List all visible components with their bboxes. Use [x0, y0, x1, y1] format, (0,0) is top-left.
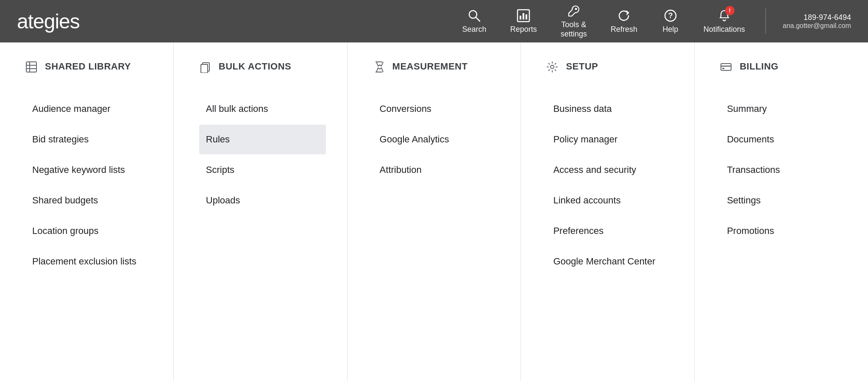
menu-item-setup-0[interactable]: Business data — [546, 94, 673, 124]
account-info[interactable]: 189-974-6494 ana.gotter@gmail.com — [774, 13, 851, 30]
notifications-button[interactable]: ! Notifications — [692, 4, 757, 38]
menu-item-billing-3[interactable]: Settings — [720, 186, 847, 215]
notification-badge: ! — [725, 6, 734, 15]
svg-line-1 — [476, 17, 480, 21]
tools-label: Tools &settings — [561, 20, 587, 39]
refresh-button[interactable]: Refresh — [599, 4, 649, 38]
svg-point-16 — [551, 65, 554, 69]
menu-item-billing-0[interactable]: Summary — [720, 94, 847, 124]
svg-rect-9 — [26, 62, 36, 72]
topnav: ategies Search Reports — [0, 0, 868, 42]
menu-item-bulk-actions-2[interactable]: Scripts — [199, 155, 326, 185]
menu-item-shared-library-0[interactable]: Audience manager — [25, 94, 152, 124]
account-id: 189-974-6494 — [804, 13, 851, 22]
menu-item-billing-1[interactable]: Documents — [720, 125, 847, 154]
menu-item-bulk-actions-3[interactable]: Uploads — [199, 186, 326, 215]
menu-item-setup-5[interactable]: Google Merchant Center — [546, 247, 673, 276]
menu-item-setup-1[interactable]: Policy manager — [546, 125, 673, 154]
page-title: ategies — [17, 10, 451, 33]
menu-item-shared-library-5[interactable]: Placement exclusion lists — [25, 247, 152, 276]
menu-item-shared-library-1[interactable]: Bid strategies — [25, 125, 152, 154]
refresh-label: Refresh — [611, 25, 637, 34]
svg-rect-3 — [520, 16, 521, 19]
column-header-billing: BILLING — [720, 60, 847, 77]
hourglass-icon — [373, 60, 385, 73]
topnav-actions: Search Reports Tools &sett — [451, 0, 851, 43]
column-header-text-bulk-actions: BULK ACTIONS — [219, 61, 291, 72]
menu-item-bulk-actions-0[interactable]: All bulk actions — [199, 94, 326, 124]
gear-icon — [546, 60, 558, 73]
column-measurement: MEASUREMENTConversionsGoogle AnalyticsAt… — [348, 43, 521, 381]
column-billing: BILLINGSummaryDocumentsTransactionsSetti… — [695, 43, 868, 381]
svg-rect-17 — [721, 64, 731, 70]
column-header-shared-library: SHARED LIBRARY — [25, 60, 152, 77]
svg-rect-5 — [526, 14, 527, 19]
menu-item-measurement-2[interactable]: Attribution — [373, 155, 500, 185]
column-bulk-actions: BULK ACTIONSAll bulk actionsRulesScripts… — [174, 43, 348, 381]
column-shared-library: SHARED LIBRARYAudience managerBid strate… — [0, 43, 174, 381]
svg-rect-4 — [523, 13, 524, 19]
menu-item-billing-4[interactable]: Promotions — [720, 216, 847, 246]
search-icon — [467, 8, 481, 22]
tools-icon — [567, 4, 581, 18]
search-button[interactable]: Search — [451, 4, 498, 38]
svg-rect-19 — [722, 68, 724, 69]
svg-rect-14 — [201, 64, 208, 73]
menu-item-setup-3[interactable]: Linked accounts — [546, 186, 673, 215]
table-icon — [25, 60, 37, 73]
reports-icon — [517, 8, 530, 22]
help-icon: ? — [664, 8, 677, 22]
menu-item-billing-2[interactable]: Transactions — [720, 155, 847, 185]
help-button[interactable]: ? Help — [649, 4, 692, 38]
menu-item-shared-library-2[interactable]: Negative keyword lists — [25, 155, 152, 185]
credit-card-icon — [720, 60, 732, 73]
column-header-text-setup: SETUP — [566, 61, 598, 72]
bell-icon: ! — [718, 8, 731, 22]
account-email: ana.gotter@gmail.com — [783, 22, 851, 30]
menu-item-measurement-1[interactable]: Google Analytics — [373, 125, 500, 154]
svg-point-6 — [575, 8, 577, 10]
menu-item-bulk-actions-1[interactable]: Rules — [199, 125, 326, 154]
column-header-text-shared-library: SHARED LIBRARY — [45, 61, 131, 72]
svg-text:?: ? — [668, 11, 673, 20]
copy-icon — [199, 60, 211, 73]
column-header-setup: SETUP — [546, 60, 673, 77]
notifications-label: Notifications — [704, 25, 745, 34]
menu-item-setup-4[interactable]: Preferences — [546, 216, 673, 246]
menu-item-shared-library-4[interactable]: Location groups — [25, 216, 152, 246]
column-header-bulk-actions: BULK ACTIONS — [199, 60, 326, 77]
menu-item-measurement-0[interactable]: Conversions — [373, 94, 500, 124]
reports-button[interactable]: Reports — [498, 4, 549, 38]
column-header-text-billing: BILLING — [740, 61, 779, 72]
column-setup: SETUPBusiness dataPolicy managerAccess a… — [521, 43, 695, 381]
column-header-text-measurement: MEASUREMENT — [392, 61, 468, 72]
reports-label: Reports — [510, 25, 537, 34]
menu-panel: SHARED LIBRARYAudience managerBid strate… — [0, 42, 868, 381]
search-label: Search — [462, 25, 487, 34]
nav-divider — [765, 8, 766, 34]
menu-item-shared-library-3[interactable]: Shared budgets — [25, 186, 152, 215]
menu-item-setup-2[interactable]: Access and security — [546, 155, 673, 185]
tools-button[interactable]: Tools &settings — [549, 0, 599, 43]
help-label: Help — [662, 25, 678, 34]
column-header-measurement: MEASUREMENT — [373, 60, 500, 77]
refresh-icon — [617, 8, 631, 22]
